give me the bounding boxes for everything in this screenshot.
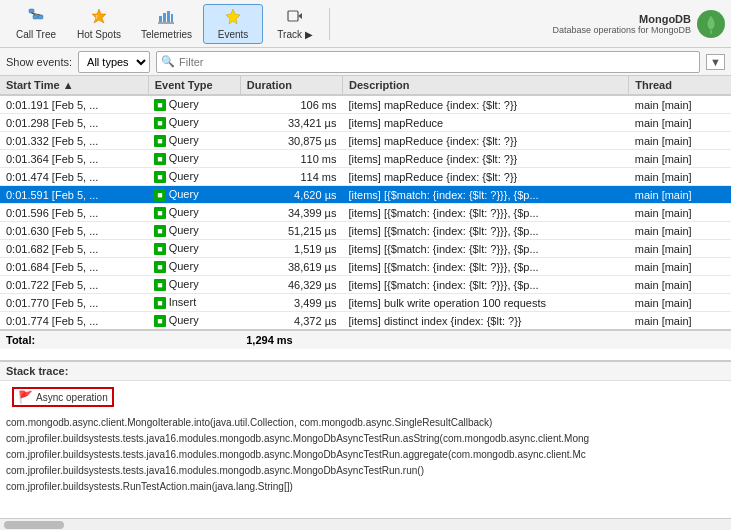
cell-thread: main [main] [629,258,731,276]
col-header-start-time[interactable]: Start Time ▲ [0,76,148,95]
cell-description: [items] [{$match: {index: {$lt: ?}}}, {$… [342,276,628,294]
stack-line: com.jprofiler.buildsystests.tests.java16… [6,431,725,447]
cell-thread: main [main] [629,132,731,150]
table-row[interactable]: 0:01.298 [Feb 5, ... ■Query 33,421 µs [i… [0,114,731,132]
cell-start-time: 0:01.298 [Feb 5, ... [0,114,148,132]
event-type-select[interactable]: All types [78,51,150,73]
events-label: Events [218,29,249,40]
cell-event-type: ■Query [148,312,240,331]
cell-event-type: ■Query [148,95,240,114]
svg-rect-1 [33,15,38,19]
cell-thread: main [main] [629,114,731,132]
cell-description: [items] mapReduce {index: {$lt: ?}} [342,132,628,150]
cell-thread: main [main] [629,95,731,114]
cell-event-type: ■Query [148,222,240,240]
svg-marker-14 [298,13,302,19]
svg-marker-5 [92,9,106,23]
table-row[interactable]: 0:01.596 [Feb 5, ... ■Query 34,399 µs [i… [0,204,731,222]
cell-event-type: ■Query [148,258,240,276]
cell-event-type: ■Insert [148,294,240,312]
cell-event-type: ■Query [148,150,240,168]
table-body: 0:01.191 [Feb 5, ... ■Query 106 ms [item… [0,95,731,330]
cell-start-time: 0:01.684 [Feb 5, ... [0,258,148,276]
mongo-title: MongoDB [552,13,691,25]
cell-description: [items] [{$match: {index: {$lt: ?}}}, {$… [342,186,628,204]
cell-thread: main [main] [629,312,731,331]
cell-start-time: 0:01.682 [Feb 5, ... [0,240,148,258]
table-row[interactable]: 0:01.191 [Feb 5, ... ■Query 106 ms [item… [0,95,731,114]
toolbar: Call Tree ! Hot Spots [0,0,731,48]
async-label: Async operation [36,392,108,403]
cell-duration: 114 ms [240,168,342,186]
cell-thread: main [main] [629,276,731,294]
cell-start-time: 0:01.596 [Feb 5, ... [0,204,148,222]
cell-event-type: ■Query [148,168,240,186]
hot-spots-icon: ! [91,8,107,27]
cell-start-time: 0:01.591 [Feb 5, ... [0,186,148,204]
table-row[interactable]: 0:01.770 [Feb 5, ... ■Insert 3,499 µs [i… [0,294,731,312]
stack-line: com.jprofiler.buildsystests.tests.java16… [6,463,725,479]
cell-duration: 4,620 µs [240,186,342,204]
events-table-container[interactable]: Start Time ▲ Event Type Duration Descrip… [0,76,731,361]
table-row[interactable]: 0:01.774 [Feb 5, ... ■Query 4,372 µs [it… [0,312,731,331]
events-button[interactable]: Events [203,4,263,44]
table-row[interactable]: 0:01.630 [Feb 5, ... ■Query 51,215 µs [i… [0,222,731,240]
stack-lines[interactable]: com.mongodb.async.client.MongoIterable.i… [0,413,731,518]
total-row: Total: 1,294 ms [0,330,731,349]
cell-duration: 46,329 µs [240,276,342,294]
cell-thread: main [main] [629,186,731,204]
cell-description: [items] [{$match: {index: {$lt: ?}}}, {$… [342,258,628,276]
col-header-event-type[interactable]: Event Type [148,76,240,95]
cell-event-type: ■Query [148,114,240,132]
col-header-description[interactable]: Description [342,76,628,95]
stack-line: com.jprofiler.buildsystests.tests.java16… [6,447,725,463]
scrollbar-thumb[interactable] [4,521,64,529]
col-header-duration[interactable]: Duration [240,76,342,95]
call-tree-button[interactable]: Call Tree [6,4,66,44]
call-tree-icon [28,8,44,27]
events-table: Start Time ▲ Event Type Duration Descrip… [0,76,731,349]
main-window: Call Tree ! Hot Spots [0,0,731,530]
mongo-subtitle: Database operations for MongoDB [552,25,691,35]
cell-start-time: 0:01.774 [Feb 5, ... [0,312,148,331]
table-row[interactable]: 0:01.722 [Feb 5, ... ■Query 46,329 µs [i… [0,276,731,294]
cell-duration: 38,619 µs [240,258,342,276]
cell-duration: 51,215 µs [240,222,342,240]
total-duration: 1,294 ms [240,330,342,349]
cell-event-type: ■Query [148,240,240,258]
cell-thread: main [main] [629,294,731,312]
table-row[interactable]: 0:01.684 [Feb 5, ... ■Query 38,619 µs [i… [0,258,731,276]
cell-start-time: 0:01.630 [Feb 5, ... [0,222,148,240]
table-row[interactable]: 0:01.474 [Feb 5, ... ■Query 114 ms [item… [0,168,731,186]
col-header-thread[interactable]: Thread [629,76,731,95]
cell-start-time: 0:01.770 [Feb 5, ... [0,294,148,312]
cell-duration: 34,399 µs [240,204,342,222]
cell-duration: 106 ms [240,95,342,114]
cell-thread: main [main] [629,240,731,258]
svg-rect-8 [163,13,166,22]
cell-description: [items] bulk write operation 100 request… [342,294,628,312]
cell-event-type: ■Query [148,186,240,204]
telemetries-button[interactable]: Telemetries [132,4,201,44]
hot-spots-button[interactable]: ! Hot Spots [68,4,130,44]
stack-panel: Stack trace: 🚩 Async operation com.mongo… [0,361,731,518]
cell-duration: 4,372 µs [240,312,342,331]
telemetries-label: Telemetries [141,29,192,40]
table-row[interactable]: 0:01.591 [Feb 5, ... ■Query 4,620 µs [it… [0,186,731,204]
track-button[interactable]: Track ▶ [265,4,325,44]
table-row[interactable]: 0:01.364 [Feb 5, ... ■Query 110 ms [item… [0,150,731,168]
track-icon [287,8,303,27]
filter-dropdown-icon[interactable]: ▼ [706,54,725,70]
cell-start-time: 0:01.722 [Feb 5, ... [0,276,148,294]
mongo-info: MongoDB Database operations for MongoDB [552,10,725,38]
horizontal-scrollbar[interactable] [0,518,731,530]
table-row[interactable]: 0:01.682 [Feb 5, ... ■Query 1,519 µs [it… [0,240,731,258]
stack-header: Stack trace: [0,362,731,381]
cell-duration: 33,421 µs [240,114,342,132]
filter-input-wrap: 🔍 [156,51,700,73]
cell-description: [items] [{$match: {index: {$lt: ?}}}, {$… [342,204,628,222]
filter-input[interactable] [179,56,695,68]
table-row[interactable]: 0:01.332 [Feb 5, ... ■Query 30,875 µs [i… [0,132,731,150]
async-badge[interactable]: 🚩 Async operation [12,387,114,407]
cell-event-type: ■Query [148,276,240,294]
